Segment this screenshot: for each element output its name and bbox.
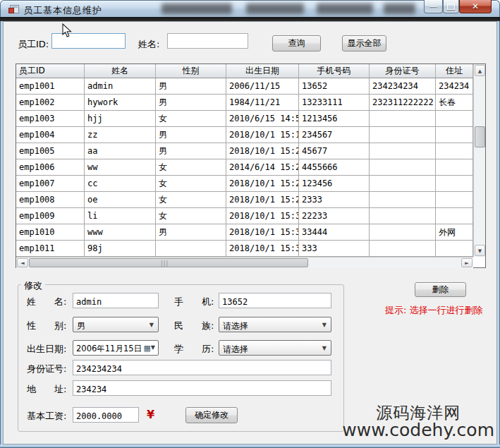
education-select[interactable]: 请选择 ▼ xyxy=(219,340,331,356)
table-cell[interactable]: 13233111 xyxy=(299,95,370,111)
confirm-modify-button[interactable]: 确定修改 xyxy=(185,407,238,423)
table-cell[interactable]: 1213456 xyxy=(299,111,370,127)
table-row[interactable]: emp1002hywork男1984/11/211323311123231122… xyxy=(16,95,473,111)
table-cell[interactable]: 2018/10/1 15:30 xyxy=(226,208,299,224)
table-cell[interactable]: 男 xyxy=(156,224,226,241)
table-cell[interactable]: 2018/10/1 15:31 xyxy=(226,224,299,241)
table-cell[interactable] xyxy=(436,192,473,208)
address-input[interactable] xyxy=(73,380,331,396)
table-cell[interactable]: 外网 xyxy=(436,224,473,241)
horizontal-scroll-thumb[interactable]: ||| xyxy=(29,258,308,267)
scroll-up-icon[interactable]: ▲ xyxy=(475,65,485,76)
table-cell[interactable]: 98j xyxy=(85,241,156,257)
delete-button[interactable]: 删除 xyxy=(415,282,466,297)
table-row[interactable]: emp1003hjj女2010/6/15 14:521213456 xyxy=(16,111,473,127)
table-cell[interactable]: 4455666 xyxy=(299,159,370,176)
table-cell[interactable]: 123456 xyxy=(299,176,370,192)
table-cell[interactable]: 男 xyxy=(156,78,226,95)
table-cell[interactable]: 234234234 xyxy=(370,78,436,95)
vertical-scroll-thumb[interactable] xyxy=(475,126,485,147)
table-cell[interactable]: 2018/10/1 15:26 xyxy=(226,176,299,192)
table-cell[interactable]: emp1007 xyxy=(16,176,85,192)
table-cell[interactable]: emp1005 xyxy=(16,143,85,159)
modify-name-input[interactable] xyxy=(73,293,159,308)
idcard-input[interactable] xyxy=(73,360,331,375)
table-cell[interactable] xyxy=(370,176,436,192)
table-cell[interactable] xyxy=(436,143,473,159)
birth-date-picker[interactable]: 2006年11月15日 ▦▼ xyxy=(73,340,159,356)
table-cell[interactable] xyxy=(436,159,473,176)
name-search-input[interactable] xyxy=(167,33,248,49)
table-cell[interactable]: 2014/6/14 15:22 xyxy=(226,159,299,176)
table-cell[interactable]: emp1003 xyxy=(16,111,85,127)
table-cell[interactable]: 女 xyxy=(156,111,226,127)
table-row[interactable]: emp1001admin男2006/11/1513652234234234234… xyxy=(16,78,473,95)
table-cell[interactable]: 234234 xyxy=(436,78,473,95)
table-row[interactable]: emp1008oe女2018/10/1 15:282333 xyxy=(16,192,473,208)
column-header[interactable]: 身份证号 xyxy=(370,64,436,78)
table-cell[interactable] xyxy=(436,127,473,143)
table-cell[interactable]: zz xyxy=(85,127,156,143)
table-cell[interactable] xyxy=(156,241,226,257)
table-cell[interactable]: admin xyxy=(85,78,156,95)
gender-select[interactable]: 男 ▼ xyxy=(73,317,159,332)
table-cell[interactable]: 2333 xyxy=(299,192,370,208)
column-header[interactable]: 出生日期 xyxy=(226,64,299,78)
table-cell[interactable] xyxy=(370,208,436,224)
table-cell[interactable]: hywork xyxy=(85,95,156,111)
horizontal-scrollbar[interactable]: ◄ ||| ► xyxy=(16,257,473,268)
show-all-button[interactable]: 显示全部 xyxy=(342,35,386,52)
table-cell[interactable]: 女 xyxy=(156,208,226,224)
calendar-icon[interactable]: ▦▼ xyxy=(143,344,155,353)
table-cell[interactable]: 1984/11/21 xyxy=(226,95,299,111)
table-cell[interactable]: www xyxy=(85,224,156,241)
table-cell[interactable]: aa xyxy=(85,143,156,159)
table-cell[interactable]: 232311222222... xyxy=(370,95,436,111)
table-cell[interactable]: 33444 xyxy=(299,224,370,241)
vertical-scrollbar[interactable]: ▲ ▼ xyxy=(473,64,485,257)
column-header[interactable]: 员工ID xyxy=(16,64,85,78)
table-row[interactable]: emp1004zz男2018/10/1 15:18234567 xyxy=(16,127,473,143)
scroll-down-icon[interactable]: ▼ xyxy=(475,245,485,256)
table-cell[interactable] xyxy=(436,111,473,127)
salary-input[interactable] xyxy=(73,407,139,423)
table-cell[interactable]: 男 xyxy=(156,143,226,159)
table-row[interactable]: emp1010www男2018/10/1 15:3133444外网 xyxy=(16,224,473,241)
table-cell[interactable]: 女 xyxy=(156,159,226,176)
table-cell[interactable]: emp1008 xyxy=(16,192,85,208)
table-cell[interactable]: 2006/11/15 xyxy=(226,78,299,95)
table-cell[interactable]: 45677 xyxy=(299,143,370,159)
table-cell[interactable] xyxy=(436,176,473,192)
table-row[interactable]: emp101198j2018/10/1 15:36333 xyxy=(16,241,473,257)
close-button[interactable]: ✕ xyxy=(459,0,492,13)
scroll-right-icon[interactable]: ► xyxy=(461,258,472,267)
table-cell[interactable]: 女 xyxy=(156,192,226,208)
table-cell[interactable] xyxy=(370,241,436,257)
table-cell[interactable]: emp1004 xyxy=(16,127,85,143)
table-cell[interactable]: 男 xyxy=(156,95,226,111)
table-cell[interactable]: li xyxy=(85,208,156,224)
table-cell[interactable]: emp1001 xyxy=(16,78,85,95)
column-header[interactable]: 手机号码 xyxy=(299,64,370,78)
nation-select[interactable]: 请选择 ▼ xyxy=(219,317,331,332)
table-cell[interactable] xyxy=(370,127,436,143)
column-header[interactable]: 性别 xyxy=(156,64,226,78)
table-cell[interactable]: emp1010 xyxy=(16,224,85,241)
scroll-left-icon[interactable]: ◄ xyxy=(17,258,28,267)
table-cell[interactable] xyxy=(436,241,473,257)
column-header[interactable]: 姓名 xyxy=(85,64,156,78)
table-cell[interactable]: 2018/10/1 15:18 xyxy=(226,127,299,143)
table-cell[interactable]: 333 xyxy=(299,241,370,257)
table-cell[interactable]: emp1011 xyxy=(16,241,85,257)
table-cell[interactable]: hjj xyxy=(85,111,156,127)
column-header[interactable]: 住址 xyxy=(436,64,473,78)
table-cell[interactable]: 2018/10/1 15:28 xyxy=(226,192,299,208)
table-cell[interactable]: emp1002 xyxy=(16,95,85,111)
table-cell[interactable] xyxy=(370,192,436,208)
table-cell[interactable]: emp1006 xyxy=(16,159,85,176)
table-cell[interactable] xyxy=(370,159,436,176)
table-cell[interactable]: 长春 xyxy=(436,95,473,111)
minimize-button[interactable]: — xyxy=(424,0,443,13)
query-button[interactable]: 查询 xyxy=(272,35,321,52)
table-row[interactable]: emp1009li女2018/10/1 15:3022233 xyxy=(16,208,473,224)
